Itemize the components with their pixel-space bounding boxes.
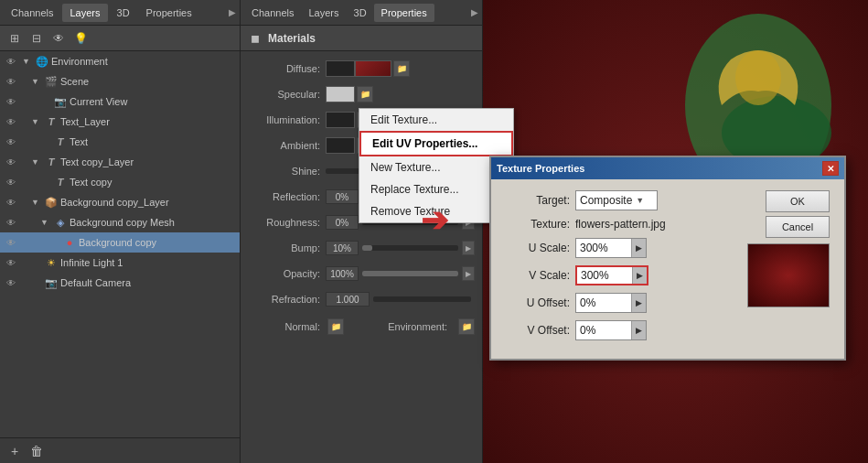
- tab-channels-mid[interactable]: Channels: [244, 4, 301, 22]
- tab-3d-left[interactable]: 3D: [110, 4, 137, 22]
- uoffset-input[interactable]: [576, 296, 631, 309]
- ambient-swatch[interactable]: [326, 137, 355, 154]
- eye-text-layer[interactable]: 👁: [4, 114, 18, 129]
- opacity-slider-arrow[interactable]: ▶: [462, 266, 475, 281]
- arrow-environment[interactable]: ▼: [22, 57, 33, 66]
- eye-infinite-light[interactable]: 👁: [4, 255, 18, 270]
- eye-scene[interactable]: 👁: [4, 74, 18, 89]
- uoffset-label: U Offset:: [506, 296, 570, 309]
- normal-icon[interactable]: 📁: [327, 318, 344, 335]
- environment-icon[interactable]: 📁: [458, 318, 475, 335]
- layer-item-environment[interactable]: 👁 ▼ 🌐 Environment: [0, 51, 240, 71]
- bump-value: 10%: [326, 241, 359, 255]
- layer-item-text-copy[interactable]: 👁 T Text copy: [0, 172, 240, 192]
- delete-layer-icon[interactable]: 🗑: [27, 442, 46, 460]
- dialog-ok-button[interactable]: OK: [766, 190, 830, 212]
- layer-item-default-camera[interactable]: 👁 📷 Default Camera: [0, 273, 240, 293]
- voffset-input-box[interactable]: ▶: [575, 320, 647, 340]
- layer-item-infinite-light[interactable]: 👁 ☀ Infinite Light 1: [0, 253, 240, 273]
- tab-3d-mid[interactable]: 3D: [347, 4, 374, 22]
- grid2-icon[interactable]: ⊟: [27, 29, 46, 48]
- layer-item-bg-copy-mesh[interactable]: 👁 ▼ ◈ Background copy Mesh: [0, 212, 240, 232]
- normal-label: Normal:: [248, 321, 326, 332]
- dropdown-arrow-target: ▼: [636, 196, 644, 205]
- specular-label: Specular:: [248, 89, 326, 100]
- opacity-label: Opacity:: [248, 268, 326, 279]
- vscale-stepper[interactable]: ▶: [632, 267, 647, 284]
- refraction-slider-bar[interactable]: [373, 296, 471, 302]
- arrow-text-layer[interactable]: ▼: [31, 117, 42, 126]
- arrow-bg-copy-mesh[interactable]: ▼: [40, 218, 51, 227]
- layer-name-text-copy: Text copy: [70, 177, 240, 188]
- layer-name-scene: Scene: [60, 76, 240, 87]
- grid-icon[interactable]: ⊞: [5, 29, 24, 48]
- layer-item-current-view[interactable]: 👁 📷 Current View: [0, 92, 240, 112]
- diffuse-file-icon[interactable]: 📁: [393, 60, 410, 77]
- panel-expand-icon-left[interactable]: ▶: [229, 7, 236, 17]
- icon-text-copy: T: [53, 175, 68, 189]
- tab-layers-mid[interactable]: Layers: [301, 4, 346, 22]
- vscale-input-box[interactable]: ▶: [575, 265, 648, 285]
- left-panel-tabs: Channels Layers 3D Properties ▶: [0, 0, 240, 26]
- uscale-stepper[interactable]: ▶: [631, 239, 646, 257]
- tab-channels-left[interactable]: Channels: [4, 4, 60, 22]
- arrow-text-copy-layer[interactable]: ▼: [31, 157, 42, 167]
- uscale-input[interactable]: [576, 242, 631, 254]
- dialog-cancel-button[interactable]: Cancel: [766, 216, 830, 238]
- prop-row-refraction: Refraction: 1.000: [248, 289, 475, 309]
- lightbulb-icon[interactable]: 💡: [71, 29, 90, 48]
- layer-item-text-copy-layer[interactable]: 👁 ▼ T Text copy_Layer: [0, 152, 240, 172]
- dialog-row-target: Target: Composite ▼: [506, 190, 740, 210]
- opacity-slider-bar[interactable]: [362, 271, 458, 276]
- eye-current-view[interactable]: 👁: [4, 94, 18, 109]
- layer-item-bg-copy[interactable]: 👁 ● Background copy: [0, 232, 240, 253]
- eye-icon-toolbar[interactable]: 👁: [49, 29, 68, 48]
- eye-bg-copy-layer[interactable]: 👁: [4, 195, 18, 210]
- arrow-scene[interactable]: ▼: [31, 77, 42, 86]
- tab-properties-left[interactable]: Properties: [139, 4, 199, 22]
- voffset-input[interactable]: [576, 324, 631, 337]
- eye-text-copy-layer[interactable]: 👁: [4, 155, 18, 169]
- prop-row-normal-env: Normal: 📁 Environment: 📁: [248, 317, 475, 337]
- panel-expand-icon-mid[interactable]: ▶: [471, 7, 478, 17]
- uoffset-stepper[interactable]: ▶: [631, 294, 646, 312]
- target-label: Target:: [506, 194, 570, 207]
- dialog-close-button[interactable]: ✕: [822, 161, 839, 176]
- specular-swatch[interactable]: [326, 86, 355, 102]
- tab-properties-mid[interactable]: Properties: [374, 4, 434, 22]
- reflection-label: Reflection:: [248, 191, 326, 202]
- specular-file-icon[interactable]: 📁: [357, 86, 373, 102]
- vscale-input[interactable]: [577, 269, 632, 282]
- eye-text-copy[interactable]: 👁: [4, 175, 18, 189]
- materials-icon[interactable]: ◼: [246, 29, 264, 48]
- illumination-swatch[interactable]: [326, 112, 355, 128]
- eye-default-camera[interactable]: 👁: [4, 275, 18, 290]
- bump-slider-arrow[interactable]: ▶: [462, 241, 475, 255]
- tab-layers-left[interactable]: Layers: [62, 4, 107, 22]
- voffset-stepper[interactable]: ▶: [631, 321, 646, 339]
- eye-environment[interactable]: 👁: [4, 54, 18, 69]
- layer-name-default-camera: Default Camera: [60, 277, 240, 288]
- texture-file-name: flowers-pattern.jpg: [575, 218, 666, 231]
- diffuse-texture-thumb[interactable]: [355, 60, 391, 77]
- eye-text[interactable]: 👁: [4, 135, 18, 149]
- context-edit-texture[interactable]: Edit Texture...: [359, 109, 513, 131]
- layer-item-text[interactable]: 👁 T Text: [0, 132, 240, 152]
- environment-label: Environment:: [388, 321, 453, 332]
- voffset-label: V Offset:: [506, 324, 570, 337]
- context-edit-uv[interactable]: Edit UV Properties...: [359, 131, 513, 156]
- bump-slider-bar[interactable]: [362, 245, 458, 251]
- eye-bg-copy-mesh[interactable]: 👁: [4, 215, 18, 230]
- uscale-input-box[interactable]: ▶: [575, 238, 647, 258]
- layer-item-bg-copy-layer[interactable]: 👁 ▼ 📦 Background copy_Layer: [0, 192, 240, 212]
- add-layer-icon[interactable]: +: [5, 442, 24, 460]
- uoffset-input-box[interactable]: ▶: [575, 293, 647, 313]
- eye-bg-copy[interactable]: 👁: [4, 235, 18, 250]
- target-dropdown[interactable]: Composite ▼: [575, 190, 658, 210]
- diffuse-swatch[interactable]: [326, 60, 355, 77]
- dialog-row-uoffset: U Offset: ▶: [506, 293, 740, 313]
- layer-item-text-layer[interactable]: 👁 ▼ T Text_Layer: [0, 112, 240, 132]
- arrow-bg-copy-layer[interactable]: ▼: [31, 198, 42, 207]
- icon-text: T: [53, 135, 68, 149]
- layer-item-scene[interactable]: 👁 ▼ 🎬 Scene: [0, 71, 240, 92]
